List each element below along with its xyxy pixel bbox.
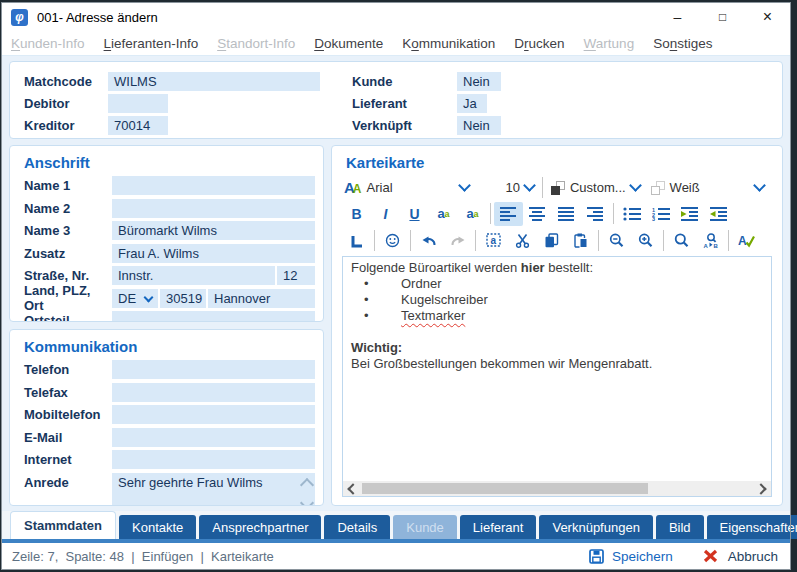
align-center-button[interactable] <box>523 202 552 226</box>
search-replace-button[interactable]: AB <box>696 229 725 253</box>
zusatz-label: Zusatz <box>24 246 112 261</box>
select-all-button[interactable]: a <box>479 229 508 253</box>
lieferant-label: Lieferant <box>352 96 457 111</box>
name1-field[interactable] <box>112 176 315 195</box>
save-button[interactable]: Speichern <box>612 549 673 564</box>
underline-button[interactable]: U <box>400 202 429 226</box>
mobiltelefon-field[interactable] <box>112 405 315 424</box>
menu-bar: Kunden-Info Lieferanten-Info Standort-In… <box>2 31 790 56</box>
editor-text-area[interactable]: Folgende Büroartikel werden hier bestell… <box>343 257 771 481</box>
app-window: φ 001- Adresse ändern – □ × Kunden-Info … <box>2 3 790 569</box>
kommunikation-panel: Kommunikation Telefon Telefax Mobiltelef… <box>9 329 324 506</box>
superscript-button[interactable]: aa <box>429 202 458 226</box>
anrede-scroll-up-icon[interactable] <box>300 477 314 491</box>
minimize-button[interactable]: – <box>655 3 700 31</box>
numbered-list-button[interactable]: 123 <box>646 202 675 226</box>
undo-button[interactable] <box>414 229 443 253</box>
land-dropdown-chevron-icon[interactable] <box>144 292 154 302</box>
close-button[interactable]: × <box>745 3 790 31</box>
paste-button[interactable] <box>566 229 595 253</box>
spellcheck-button[interactable]: A <box>732 229 761 253</box>
italic-button[interactable]: I <box>371 202 400 226</box>
tab-stop-button[interactable] <box>342 229 371 253</box>
editor-body-line: Bei Großbestellungen bekommen wir Mengen… <box>351 356 763 372</box>
hausnummer-field[interactable]: 12 <box>277 266 315 285</box>
zusatz-field[interactable]: Frau A. Wilms <box>112 244 315 263</box>
menu-standort-info[interactable]: Standort-Info <box>217 36 295 51</box>
cancel-button[interactable]: Abbruch <box>728 549 778 564</box>
copy-button[interactable] <box>537 229 566 253</box>
tab-kunde[interactable]: Kunde <box>393 515 457 539</box>
bullet-list-button[interactable] <box>617 202 646 226</box>
matchcode-field[interactable]: WILMS <box>108 72 320 91</box>
tab-kontakte[interactable]: Kontakte <box>119 515 196 539</box>
tab-stammdaten[interactable]: Stammdaten <box>10 511 116 539</box>
internet-field[interactable] <box>112 450 315 469</box>
debitor-field[interactable] <box>108 94 168 113</box>
scrollbar-thumb[interactable] <box>362 483 648 494</box>
editor-toolbar-format: B I U aa aa 123 <box>342 200 772 227</box>
name2-field[interactable] <box>112 199 315 218</box>
highlight-color-chevron-icon[interactable] <box>753 179 766 192</box>
anrede-scroll-down-icon[interactable] <box>300 495 314 506</box>
align-left-button[interactable] <box>494 202 523 226</box>
telefax-field[interactable] <box>112 383 315 402</box>
increase-indent-button[interactable] <box>675 202 704 226</box>
align-right-button[interactable] <box>581 202 610 226</box>
bold-button[interactable]: B <box>342 202 371 226</box>
menu-lieferanten-info[interactable]: Lieferanten-Info <box>104 36 199 51</box>
font-name-chevron-icon[interactable] <box>458 179 471 192</box>
decrease-indent-button[interactable] <box>704 202 733 226</box>
strasse-field[interactable]: Innstr. <box>112 266 275 285</box>
anrede-textarea[interactable]: Sehr geehrte Frau Wilms <box>112 473 315 507</box>
tab-verknuepfungen[interactable]: Verknüpfungen <box>539 515 652 539</box>
bullet-list-icon <box>623 207 641 221</box>
align-justify-button[interactable] <box>552 202 581 226</box>
subscript-button[interactable]: aa <box>458 202 487 226</box>
svg-text:A: A <box>738 234 747 248</box>
zoom-out-button[interactable] <box>602 229 631 253</box>
redo-button[interactable] <box>443 229 472 253</box>
name3-label: Name 3 <box>24 223 112 238</box>
menu-dokumente[interactable]: Dokumente <box>314 36 383 51</box>
menu-kunden-info[interactable]: Kunden-Info <box>11 36 85 51</box>
scroll-right-icon[interactable] <box>755 483 766 494</box>
menu-kommunikation[interactable]: Kommunikation <box>402 36 495 51</box>
maximize-button[interactable]: □ <box>700 3 745 31</box>
editor-horizontal-scrollbar[interactable] <box>343 481 771 496</box>
editor-bullet-item: Textmarker <box>351 308 763 324</box>
kreditor-field[interactable]: 70014 <box>108 116 168 135</box>
menu-wartung[interactable]: Wartung <box>584 36 635 51</box>
telefax-label: Telefax <box>24 385 112 400</box>
telefon-field[interactable] <box>112 360 315 379</box>
editor-blank-line <box>351 324 763 340</box>
search-button[interactable] <box>667 229 696 253</box>
font-size-chevron-icon[interactable] <box>523 179 536 192</box>
status-bar: Zeile: 7, Spalte: 48 | Einfügen | Kartei… <box>2 543 790 569</box>
tab-details[interactable]: Details <box>324 515 390 539</box>
email-field[interactable] <box>112 428 315 447</box>
zoom-in-button[interactable] <box>631 229 660 253</box>
highlight-color-select[interactable]: Weiß <box>670 180 750 195</box>
tab-bild[interactable]: Bild <box>656 515 704 539</box>
font-color-icon <box>551 181 565 195</box>
font-color-chevron-icon[interactable] <box>629 179 642 192</box>
cut-button[interactable] <box>508 229 537 253</box>
tab-ansprechpartner[interactable]: Ansprechpartner <box>199 515 321 539</box>
tab-eigenschaften[interactable]: Eigenschaften <box>707 515 797 539</box>
font-name-select[interactable]: Arial <box>367 180 455 195</box>
ortsteil-field[interactable] <box>112 311 315 322</box>
menu-sonstiges[interactable]: Sonstiges <box>653 36 712 51</box>
font-color-select[interactable]: Custom... <box>570 180 626 195</box>
ort-field[interactable]: Hannover <box>208 289 315 308</box>
align-right-icon <box>587 207 604 221</box>
menu-drucken[interactable]: Drucken <box>514 36 564 51</box>
land-select[interactable]: DE <box>112 289 158 308</box>
tab-lieferant[interactable]: Lieferant <box>460 515 537 539</box>
emoji-button[interactable] <box>378 229 407 253</box>
scroll-left-icon[interactable] <box>347 483 358 494</box>
svg-text:A: A <box>703 243 708 249</box>
font-size-select[interactable]: 10 <box>506 180 520 195</box>
plz-field[interactable]: 30519 <box>160 289 206 308</box>
name3-field[interactable]: Büromarkt Wilms <box>112 221 315 240</box>
